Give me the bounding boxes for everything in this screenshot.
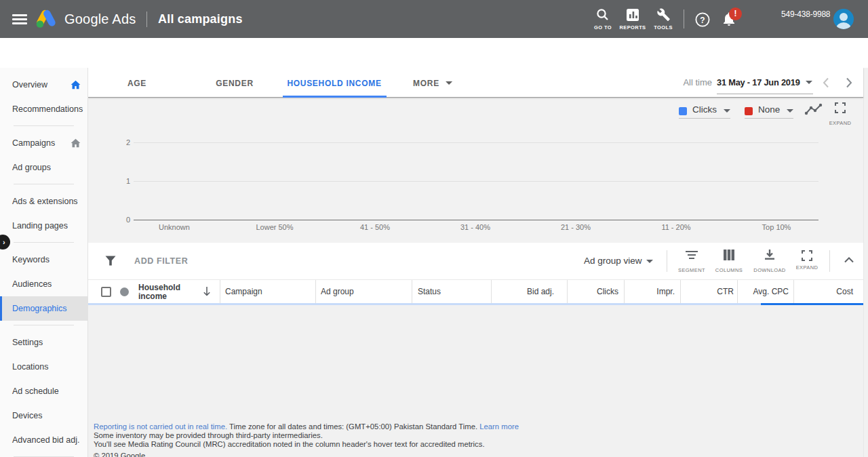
learn-more-link[interactable]: Learn more [479, 422, 519, 431]
chevron-down-icon[interactable] [724, 109, 730, 113]
download-icon [764, 249, 776, 261]
menu-icon[interactable] [12, 14, 27, 24]
fullscreen-icon [835, 102, 846, 113]
column-header-campaign[interactable]: Campaign [225, 280, 262, 304]
primary-metric-selector[interactable]: Clicks [692, 104, 717, 115]
chevron-down-icon[interactable] [787, 109, 793, 113]
avatar[interactable] [833, 9, 854, 29]
columns-button[interactable]: COLUMNS [710, 249, 748, 273]
sidebar-item-campaigns[interactable]: Campaigns [0, 131, 87, 155]
reports-button[interactable]: REPORTS [617, 0, 648, 38]
x-tick-label: 41 - 50% [325, 223, 425, 231]
x-tick-label: 31 - 40% [425, 223, 526, 231]
vertical-scrollbar[interactable] [863, 68, 868, 457]
sidebar-item-landing-pages[interactable]: Landing pages [0, 214, 87, 238]
bar-chart-icon [617, 8, 648, 22]
svg-text:?: ? [700, 16, 705, 25]
date-range-underline [717, 94, 813, 94]
top-app-bar: Google Ads All campaigns GO TO REPORTS T… [0, 0, 868, 38]
download-button[interactable]: DOWNLOAD [751, 249, 789, 273]
tools-button[interactable]: TOOLS [648, 0, 679, 38]
sidebar-item-settings[interactable]: Settings [0, 330, 87, 355]
segment-button[interactable]: SEGMENT [673, 249, 711, 273]
sort-descending-icon[interactable] [201, 285, 213, 298]
tab-age[interactable]: AGE [127, 68, 146, 98]
column-header-ad-group[interactable]: Ad group [321, 280, 354, 304]
search-icon [587, 8, 618, 22]
chevron-up-icon[interactable] [841, 252, 857, 269]
x-tick-label: 11 - 20% [626, 223, 726, 231]
secondary-metric-selector[interactable]: None [758, 104, 780, 115]
tab-more[interactable]: MORE [413, 68, 452, 98]
y-tick-label: 1 [108, 177, 130, 185]
expand-chart-button[interactable]: EXPAND [830, 100, 850, 124]
segment-icon [686, 249, 698, 261]
tabs-bar: AGE GENDER HOUSEHOLD INCOME MORE All tim… [88, 68, 863, 98]
x-axis-line [134, 220, 818, 220]
loading-progress-value [761, 303, 863, 305]
column-header-status[interactable]: Status [418, 280, 441, 304]
help-icon[interactable]: ? [695, 12, 710, 27]
column-header-household-income[interactable]: Household income [138, 280, 193, 304]
columns-icon [723, 249, 735, 261]
tab-gender[interactable]: GENDER [216, 68, 254, 98]
sidebar-item-devices[interactable]: Devices [0, 403, 87, 428]
sidebar-nav: Overview Recommendations Campaigns Ad gr… [0, 68, 88, 457]
filter-icon[interactable] [105, 256, 116, 266]
footer-line-1: Reporting is not carried out in real tim… [94, 422, 519, 431]
tab-household-income[interactable]: HOUSEHOLD INCOME [287, 68, 381, 98]
sidebar-item-ad-groups[interactable]: Ad groups [0, 155, 87, 180]
x-tick-label: Top 10% [726, 223, 827, 231]
secondary-metric-swatch [745, 107, 753, 115]
gridline [134, 142, 818, 143]
next-period-icon[interactable] [841, 75, 856, 90]
column-header-bid-adj[interactable]: Bid adj. [491, 280, 554, 304]
x-axis-labels: Unknown Lower 50% 41 - 50% 31 - 40% 21 -… [124, 223, 827, 231]
column-header-ctr[interactable]: CTR [680, 280, 734, 304]
sidebar-item-ad-schedule[interactable]: Ad schedule [0, 379, 87, 403]
previous-period-icon[interactable] [819, 75, 834, 90]
x-tick-label: Lower 50% [224, 223, 325, 231]
sidebar-item-ads-extensions[interactable]: Ads & extensions [0, 189, 87, 214]
add-filter-button[interactable]: ADD FILTER [134, 256, 188, 266]
x-tick-label: Unknown [124, 223, 224, 231]
column-header-avg-cpc[interactable]: Avg. CPC [737, 280, 789, 304]
chevron-down-icon[interactable] [646, 260, 653, 263]
go-to-button[interactable]: GO TO [587, 0, 618, 38]
sidebar-item-overview[interactable]: Overview [0, 73, 87, 97]
toolbar-divider [829, 250, 830, 272]
secondary-metric-underline [745, 118, 793, 119]
sidebar-divider [14, 184, 74, 184]
sidebar-item-locations[interactable]: Locations [0, 355, 87, 379]
select-all-checkbox[interactable] [101, 287, 111, 297]
sidebar-item-keywords[interactable]: Keywords [0, 247, 87, 272]
sidebar-item-audiences[interactable]: Audiences [0, 272, 87, 296]
account-phone-number: 549-438-9988 [781, 9, 830, 19]
column-header-impr[interactable]: Impr. [624, 280, 675, 304]
topbar-divider [684, 9, 684, 28]
realtime-notice-link[interactable]: Reporting is not carried out in real tim… [94, 422, 227, 431]
table-header-row: Household income Campaign Ad group Statu… [88, 279, 863, 303]
sidebar-item-advanced-bid-adj[interactable]: Advanced bid adj. [0, 428, 87, 452]
active-tab-underline [283, 96, 387, 98]
google-ads-logo-icon[interactable] [35, 9, 57, 29]
date-range-selector[interactable]: 31 May - 17 Jun 2019 [717, 77, 800, 87]
home-icon [71, 138, 81, 148]
primary-metric-underline [679, 118, 730, 119]
notification-badge[interactable]: ! [729, 7, 742, 20]
status-filter-dot[interactable] [120, 287, 129, 296]
column-separator [220, 280, 220, 303]
primary-metric-swatch [679, 107, 687, 115]
view-selector[interactable]: Ad group view [584, 256, 642, 266]
sidebar-item-demographics[interactable]: Demographics [0, 296, 87, 321]
date-preset-label: All time [661, 77, 712, 87]
expand-table-button[interactable]: EXPAND [788, 249, 826, 271]
fullscreen-icon [802, 250, 812, 261]
loading-progress-bar [88, 303, 863, 305]
column-header-clicks[interactable]: Clicks [567, 280, 618, 304]
sidebar-item-recommendations[interactable]: Recommendations [0, 97, 87, 121]
chart-type-icon[interactable] [804, 102, 823, 117]
column-header-cost[interactable]: Cost [793, 280, 853, 304]
chevron-down-icon [446, 81, 452, 85]
chevron-down-icon[interactable] [806, 81, 812, 84]
